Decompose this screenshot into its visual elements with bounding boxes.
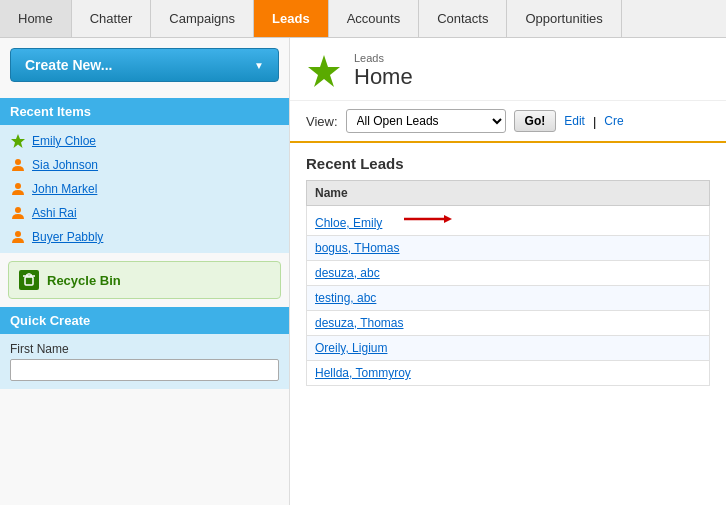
page-title: Home [354, 64, 413, 90]
quick-create-header: Quick Create [0, 307, 289, 334]
first-name-input[interactable] [10, 359, 279, 381]
leads-home-header: Leads Home [290, 38, 726, 101]
recent-items-list: Emily Chloe Sia Johnson John Markel [0, 125, 289, 253]
table-row: bogus, THomas [307, 236, 710, 261]
table-row: desuza, Thomas [307, 311, 710, 336]
nav-item-chatter[interactable]: Chatter [72, 0, 152, 37]
quick-create-body: First Name [0, 334, 289, 389]
svg-point-4 [15, 231, 21, 237]
view-select[interactable]: All Open Leads My Unread Leads Recently … [346, 109, 506, 133]
red-arrow-icon [402, 211, 452, 230]
table-cell: Oreily, Ligium [307, 336, 710, 361]
recent-leads-title: Recent Leads [306, 155, 710, 172]
table-row: desuza, abc [307, 261, 710, 286]
table-cell: bogus, THomas [307, 236, 710, 261]
lead-name-link[interactable]: Hellda, Tommyroy [315, 366, 411, 380]
table-row: Oreily, Ligium [307, 336, 710, 361]
leads-home-title-block: Leads Home [354, 52, 413, 90]
top-navigation: Home Chatter Campaigns Leads Accounts Co… [0, 0, 726, 38]
lead-name-link[interactable]: Oreily, Ligium [315, 341, 387, 355]
sidebar: Create New... ▼ Recent Items Emily Chloe… [0, 38, 290, 505]
svg-point-2 [15, 183, 21, 189]
svg-marker-12 [444, 215, 452, 223]
nav-item-contacts[interactable]: Contacts [419, 0, 507, 37]
table-cell: Chloe, Emily [307, 206, 710, 236]
table-header-name: Name [307, 181, 710, 206]
svg-marker-10 [308, 55, 340, 87]
leads-table: Name Chloe, Emily [306, 180, 710, 386]
svg-point-1 [15, 159, 21, 165]
lead-orange-icon [10, 157, 26, 173]
table-cell: desuza, abc [307, 261, 710, 286]
edit-link[interactable]: Edit [564, 114, 585, 128]
recent-item[interactable]: John Markel [0, 177, 289, 201]
lead-name-link[interactable]: bogus, THomas [315, 241, 400, 255]
lead-name-link[interactable]: Chloe, Emily [315, 216, 382, 230]
recent-item[interactable]: Buyer Pabbly [0, 225, 289, 249]
leads-breadcrumb: Leads [354, 52, 413, 64]
svg-marker-0 [11, 134, 25, 148]
view-label: View: [306, 114, 338, 129]
view-row: View: All Open Leads My Unread Leads Rec… [290, 101, 726, 143]
lead-name-link[interactable]: desuza, Thomas [315, 316, 404, 330]
recent-item[interactable]: Ashi Rai [0, 201, 289, 225]
recent-items-header: Recent Items [0, 98, 289, 125]
lead-name-link[interactable]: testing, abc [315, 291, 376, 305]
svg-rect-5 [25, 277, 33, 285]
nav-item-leads[interactable]: Leads [254, 0, 329, 37]
lead-green-icon [10, 133, 26, 149]
lead-orange-icon [10, 205, 26, 221]
table-cell: desuza, Thomas [307, 311, 710, 336]
lead-orange-icon [10, 181, 26, 197]
link-separator: | [593, 114, 596, 129]
dropdown-arrow-icon: ▼ [254, 60, 264, 71]
recent-item[interactable]: Sia Johnson [0, 153, 289, 177]
recycle-bin-icon [19, 270, 39, 290]
recent-leads-section: Recent Leads Name Chloe, Emily [290, 143, 726, 398]
table-cell: Hellda, Tommyroy [307, 361, 710, 386]
go-button[interactable]: Go! [514, 110, 557, 132]
main-layout: Create New... ▼ Recent Items Emily Chloe… [0, 38, 726, 505]
table-row: Hellda, Tommyroy [307, 361, 710, 386]
nav-item-opportunities[interactable]: Opportunities [507, 0, 621, 37]
lead-name-link[interactable]: desuza, abc [315, 266, 380, 280]
lead-orange-icon [10, 229, 26, 245]
table-row: testing, abc [307, 286, 710, 311]
main-content: Leads Home View: All Open Leads My Unrea… [290, 38, 726, 505]
nav-item-home[interactable]: Home [0, 0, 72, 37]
table-row: Chloe, Emily [307, 206, 710, 236]
nav-item-accounts[interactable]: Accounts [329, 0, 419, 37]
create-new-button[interactable]: Create New... ▼ [10, 48, 279, 82]
cre-link[interactable]: Cre [604, 114, 623, 128]
nav-item-campaigns[interactable]: Campaigns [151, 0, 254, 37]
svg-point-3 [15, 207, 21, 213]
table-cell: testing, abc [307, 286, 710, 311]
recent-item[interactable]: Emily Chloe [0, 129, 289, 153]
leads-star-icon [306, 53, 342, 89]
first-name-label: First Name [10, 342, 279, 356]
recycle-bin-button[interactable]: Recycle Bin [8, 261, 281, 299]
